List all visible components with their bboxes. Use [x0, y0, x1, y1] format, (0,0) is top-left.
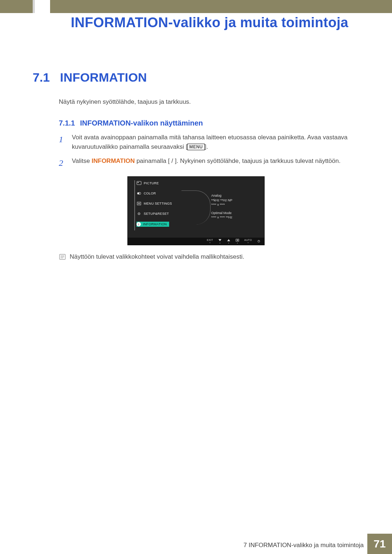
picture-icon [136, 181, 142, 185]
osd-info-panel: Analog **kHz **Hz NP **** x **** Optimal… [211, 193, 232, 223]
svg-marker-15 [237, 239, 238, 241]
section-intro-text: Näytä nykyinen syöttölähde, taajuus ja t… [59, 98, 191, 106]
osd-menu-item-menu-settings: MENU SETTINGS [136, 201, 172, 206]
section-heading: 7.1 INFORMATION [33, 70, 147, 85]
osd-down-button: • [218, 239, 222, 244]
step-text: Valitse INFORMATION painamalla [ / ]. Ny… [72, 156, 340, 170]
step-item: 2 Valitse INFORMATION painamalla [ / ]. … [59, 156, 356, 170]
svg-point-10 [139, 213, 139, 214]
osd-menu-label: INFORMATION [143, 222, 167, 226]
menu-button-label: MENU [187, 144, 204, 150]
page-number: 71 [367, 534, 392, 554]
chapter-title: INFORMATION-valikko ja muita toimintoja [71, 15, 348, 30]
osd-button-label: EXIT [207, 239, 213, 241]
step-list: 1 Voit avata avainoppaan painamalla mitä… [59, 133, 356, 174]
menu-settings-icon [136, 201, 142, 206]
osd-up-button: • [227, 239, 230, 244]
step-number: 1 [59, 133, 67, 152]
osd-info-line: Analog [211, 193, 232, 198]
osd-menu-item-color: COLOR [136, 191, 156, 196]
osd-exit-button: EXIT• [207, 239, 213, 244]
osd-menu-label: SETUP&RESET [144, 212, 169, 216]
color-icon [136, 191, 142, 196]
section-title: INFORMATION [60, 70, 147, 85]
page-edge-graphic [33, 0, 50, 13]
svg-marker-13 [227, 239, 230, 241]
osd-menu-panel: PICTURE COLOR MENU SETTINGS SETUP&RESET … [128, 177, 197, 238]
osd-power-button [257, 240, 261, 243]
page-body: INFORMATION-valikko ja muita toimintoja … [0, 13, 392, 554]
osd-info-line: Optimal Mode [211, 211, 232, 216]
osd-screenshot: PICTURE COLOR MENU SETTINGS SETUP&RESET … [127, 176, 265, 245]
osd-menu-spine [134, 180, 135, 230]
step-item: 1 Voit avata avainoppaan painamalla mitä… [59, 133, 356, 152]
subsection-title: INFORMATION-valikon näyttäminen [80, 119, 203, 127]
osd-menu-item-setup-reset: SETUP&RESET [136, 212, 169, 216]
step-text-pre: Valitse [72, 157, 92, 164]
osd-info-line: **** x **** **Hz [211, 215, 232, 220]
section-number: 7.1 [33, 70, 50, 85]
gear-icon [136, 212, 142, 216]
info-icon: i [136, 222, 141, 226]
osd-info-line: **** x **** [211, 202, 232, 207]
step-text-pre: Voit avata avainoppaan painamalla mitä t… [72, 134, 348, 150]
osd-button-label: AUTO [244, 239, 252, 241]
top-accent-bar [0, 0, 392, 13]
osd-button-bar: EXIT• • • • AUTO• [128, 238, 264, 245]
subsection-number: 7.1.1 [59, 119, 75, 127]
osd-menu-item-picture: PICTURE [136, 181, 159, 185]
note-text: Näyttöön tulevat valikkokohteet voivat v… [70, 253, 244, 260]
osd-branch-curve [181, 190, 211, 225]
keyword-information: INFORMATION [92, 157, 135, 164]
osd-auto-button: AUTO• [244, 239, 252, 244]
note-icon [59, 253, 66, 260]
osd-enter-button: • [236, 239, 239, 244]
svg-rect-6 [137, 202, 141, 205]
svg-rect-3 [138, 182, 139, 183]
svg-marker-12 [219, 239, 221, 241]
step-text-post: ]. Nykyinen syöttölähde, taajuus ja tark… [175, 157, 340, 164]
osd-menu-label: MENU SETTINGS [144, 202, 172, 205]
osd-info-line: **kHz **Hz NP [211, 198, 232, 203]
step-text-mid: painamalla [ [135, 157, 170, 164]
step-number: 2 [59, 156, 67, 170]
page-footer: 7 INFORMATION-valikko ja muita toimintoj… [0, 532, 392, 554]
osd-menu-label: COLOR [144, 192, 156, 195]
subsection-heading: 7.1.1 INFORMATION-valikon näyttäminen [59, 119, 203, 127]
step-text: Voit avata avainoppaan painamalla mitä t… [72, 133, 356, 152]
footer-caption: 7 INFORMATION-valikko ja muita toimintoj… [244, 542, 364, 549]
svg-rect-2 [137, 181, 141, 185]
svg-text:i: i [138, 222, 139, 226]
osd-menu-item-information: i INFORMATION [136, 222, 169, 227]
step-text-post: ]. [205, 143, 208, 150]
osd-menu-label: PICTURE [144, 181, 159, 185]
